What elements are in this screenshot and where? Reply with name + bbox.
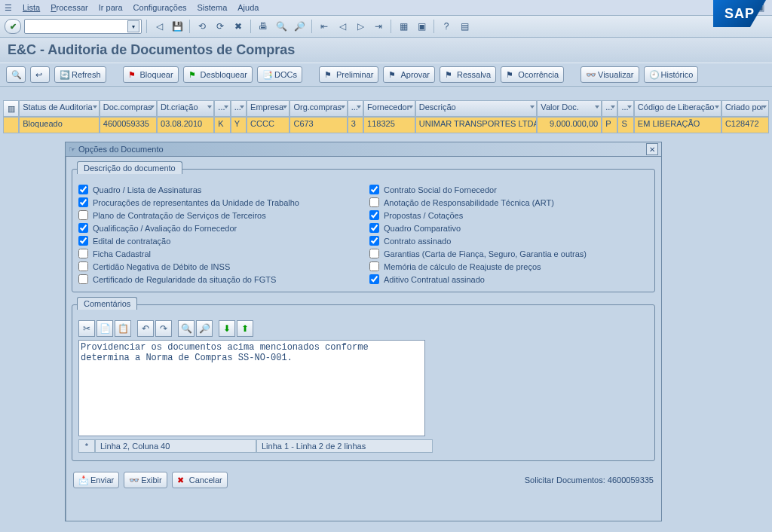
doc-check-input[interactable] [78,185,88,194]
doc-check-input[interactable] [78,197,88,207]
preliminar-button[interactable]: ⚑Preliminar [319,66,379,83]
doc-check-13[interactable]: Memória de cálculo de Reajuste de preços [369,261,648,271]
col-codlib[interactable]: Código de Liberação [634,100,721,117]
doc-check-11[interactable]: Garantias (Carta de Fiança, Seguro, Gara… [369,249,648,258]
menu-config[interactable]: Configurações [133,3,187,12]
import-icon[interactable]: ⬇ [219,320,235,337]
enviar-button[interactable]: 📩Enviar [73,472,119,488]
print-icon[interactable]: 🖶 [256,19,271,34]
doc-check-input[interactable] [369,223,379,233]
find-text-icon[interactable]: 🔍 [178,320,195,337]
col-t[interactable]: ... [348,100,363,117]
doc-check-input[interactable] [369,261,379,271]
cancelar-button[interactable]: ✖Cancelar [172,472,228,488]
session-icon[interactable]: ▦ [396,19,411,34]
doc-check-0[interactable]: Quadro / Lista de Assinaturas [78,185,357,194]
refresh-button[interactable]: 🔄Refresh [54,66,106,83]
col-data[interactable]: Dt.criação [157,100,214,117]
docs-button[interactable]: 📑DOCs [257,66,302,83]
doc-check-4[interactable]: Plano de Contratação de Serviços de Terc… [78,210,357,220]
col-status[interactable]: Status de Auditoria [19,100,100,117]
back2-icon[interactable]: ⟲ [195,19,210,34]
col-desc[interactable]: Descrição [415,100,538,117]
find-icon[interactable]: 🔍 [274,19,289,34]
layout-icon[interactable]: ▤ [457,19,472,34]
doc-check-input[interactable] [369,197,379,207]
doc-check-input[interactable] [78,261,88,271]
paste-icon[interactable]: 📋 [115,320,131,337]
doc-check-14[interactable]: Certificado de Regularidade da situação … [78,274,357,284]
col-valor[interactable]: Valor Doc. [537,100,602,117]
first-icon[interactable]: ⇤ [317,19,332,34]
doc-check-input[interactable] [78,210,88,220]
col-s[interactable]: ... [617,100,633,117]
command-field[interactable]: ▾ [24,19,142,34]
back-icon[interactable]: ◁ [152,19,167,34]
desbloquear-button[interactable]: ⚑Desbloquear [183,66,253,83]
exibir-button[interactable]: 👓Exibir [124,472,167,488]
ressalva-button[interactable]: ⚑Ressalva [440,66,496,83]
doc-check-1[interactable]: Contrato Social do Fornecedor [369,185,648,194]
visualizar-button[interactable]: 👓Visualizar [581,66,639,83]
prev-icon[interactable]: ◁ [335,19,350,34]
save-icon[interactable]: 💾 [170,19,185,34]
findnext-text-icon[interactable]: 🔎 [196,320,213,337]
doc-check-7[interactable]: Quadro Comparativo [369,223,648,233]
redo-icon[interactable]: ↷ [155,320,172,337]
ocorrencia-button[interactable]: ⚑Ocorrência [501,66,564,83]
row-selector[interactable] [3,117,19,133]
last-icon[interactable]: ⇥ [371,19,386,34]
doc-check-input[interactable] [78,223,88,233]
col-forn[interactable]: Fornecedor [363,100,415,117]
menu-processar[interactable]: Processar [51,3,88,12]
back-button[interactable]: ↩ [30,66,50,83]
col-criado[interactable]: Criado por [721,100,769,117]
historico-button[interactable]: 🕘Histórico [644,66,699,83]
doc-check-2[interactable]: Procurações de representantes da Unidade… [78,197,357,207]
menu-ajuda[interactable]: Ajuda [237,3,259,12]
menu-sistema[interactable]: Sistema [198,3,228,12]
chevron-down-icon[interactable]: ▾ [127,20,139,32]
col-doc[interactable]: Doc.compras [100,100,157,117]
table-row[interactable]: Bloqueado 4600059335 03.08.2010 K Y CCCC… [3,117,769,133]
comments-textarea[interactable] [78,340,425,436]
col-y[interactable]: ... [231,100,247,117]
doc-check-input[interactable] [369,249,379,258]
findnext-icon[interactable]: 🔎 [292,19,307,34]
col-k[interactable]: ... [214,100,230,117]
select-all-button[interactable]: ▥ [3,100,19,117]
export-icon[interactable]: ⬆ [237,320,253,337]
doc-check-input[interactable] [78,236,88,246]
dialog-close-button[interactable]: ✕ [646,143,658,155]
menu-irpara[interactable]: Ir para [99,3,123,12]
exit-icon[interactable]: ⟳ [213,19,228,34]
ok-enter-button[interactable]: ✔ [5,19,21,34]
doc-check-6[interactable]: Qualificação / Avaliação do Fornecedor [78,223,357,233]
detail-button[interactable]: 🔍 [6,66,26,83]
doc-check-input[interactable] [78,274,88,284]
doc-check-input[interactable] [78,249,88,258]
cancel-icon[interactable]: ✖ [231,19,246,34]
aprovar-button[interactable]: ⚑Aprovar [383,66,435,83]
doc-check-input[interactable] [369,185,379,194]
cut-icon[interactable]: ✂ [78,320,95,337]
doc-check-input[interactable] [369,236,379,246]
doc-check-input[interactable] [369,274,379,284]
doc-check-3[interactable]: Anotação de Responsabilidade Técnica (AR… [369,197,648,207]
shortcut-icon[interactable]: ▣ [414,19,429,34]
doc-check-12[interactable]: Certidão Negativa de Débito de INSS [78,261,357,271]
undo-icon[interactable]: ↶ [137,320,154,337]
doc-check-10[interactable]: Ficha Cadastral [78,249,357,258]
doc-check-9[interactable]: Contrato assinado [369,236,648,246]
col-empresa[interactable]: Empresa [247,100,290,117]
doc-check-8[interactable]: Edital de contratação [78,236,357,246]
copy-icon[interactable]: 📄 [96,320,113,337]
next-icon[interactable]: ▷ [353,19,368,34]
help-icon[interactable]: ? [439,19,454,34]
doc-check-5[interactable]: Propostas / Cotações [369,210,648,220]
menu-handle-icon[interactable]: ☰ [5,3,12,13]
menu-lista[interactable]: Lista [23,3,40,12]
bloquear-button[interactable]: ⚑Bloquear [123,66,179,83]
doc-check-15[interactable]: Aditivo Contratual assinado [369,274,648,284]
col-org[interactable]: Org.compras [290,100,347,117]
